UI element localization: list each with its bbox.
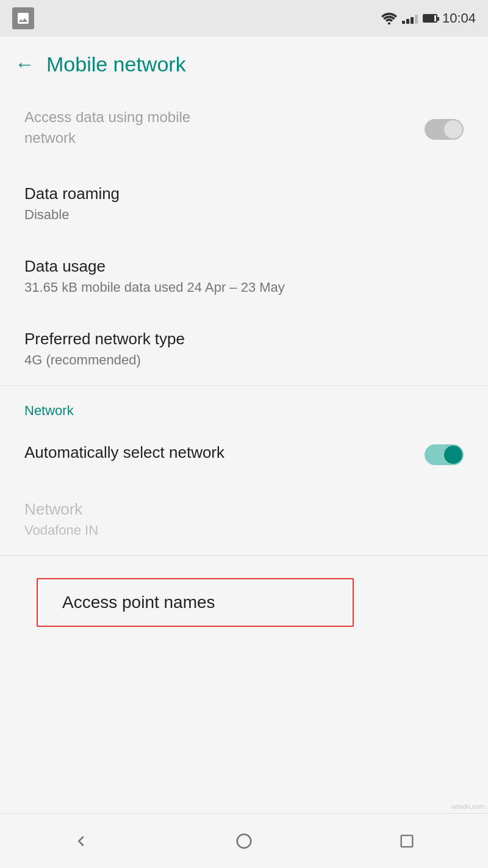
setting-data-usage[interactable]: Data usage 31.65 kB mobile data used 24 … [0, 240, 488, 313]
apn-section: Access point names [0, 556, 488, 649]
settings-content: Access data using mobile network Data ro… [0, 92, 488, 649]
auto-select-label: Automatically select network [24, 443, 224, 462]
setting-access-data[interactable]: Access data using mobile network [0, 92, 488, 167]
network-provider-label: Network [24, 500, 464, 519]
nav-back-button[interactable] [69, 829, 93, 853]
setting-preferred-network[interactable]: Preferred network type 4G (recommended) [0, 313, 488, 385]
data-roaming-value: Disable [24, 207, 464, 223]
status-time: 10:04 [442, 10, 476, 26]
gallery-icon [12, 7, 34, 29]
nav-bar [0, 813, 488, 868]
nav-home-button[interactable] [232, 829, 256, 853]
page-header: ← Mobile network [0, 37, 488, 92]
preferred-network-value: 4G (recommended) [24, 352, 464, 368]
nav-recent-button[interactable] [395, 829, 419, 853]
watermark: wsxdn.com [451, 803, 485, 810]
status-bar-left [12, 7, 34, 29]
signal-icon [402, 13, 418, 24]
access-point-names-button[interactable]: Access point names [37, 578, 354, 627]
data-roaming-label: Data roaming [24, 184, 464, 203]
auto-select-toggle[interactable] [425, 444, 464, 465]
status-bar-right: 10:04 [381, 10, 476, 26]
back-button[interactable]: ← [15, 53, 34, 76]
battery-icon [423, 14, 437, 23]
access-data-toggle[interactable] [425, 119, 464, 140]
data-usage-label: Data usage [24, 257, 464, 276]
preferred-network-label: Preferred network type [24, 330, 464, 349]
setting-auto-select-network[interactable]: Automatically select network [0, 426, 488, 483]
data-usage-value: 31.65 kB mobile data used 24 Apr – 23 Ma… [24, 280, 464, 295]
setting-network-provider: Network Vodafone IN [0, 483, 488, 555]
svg-point-0 [388, 23, 390, 25]
svg-rect-2 [401, 835, 412, 847]
page-title: Mobile network [46, 52, 186, 76]
svg-point-1 [237, 834, 251, 848]
network-provider-value: Vodafone IN [24, 523, 464, 538]
status-bar: 10:04 [0, 0, 488, 37]
setting-data-roaming[interactable]: Data roaming Disable [0, 167, 488, 240]
wifi-icon [381, 12, 397, 24]
setting-access-data-text: Access data using mobile network [24, 109, 190, 150]
network-section-header: Network [0, 386, 488, 426]
